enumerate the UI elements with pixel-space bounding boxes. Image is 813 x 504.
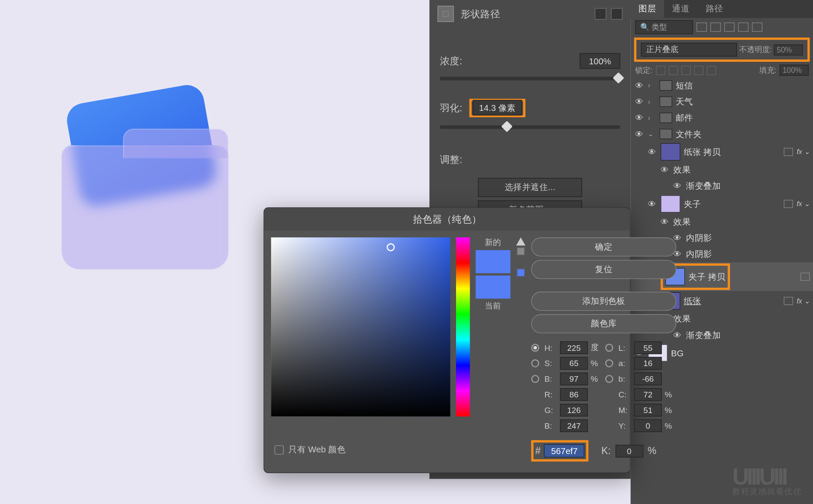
- layer-thumbnail[interactable]: [661, 143, 680, 161]
- layer-group[interactable]: 👁⌄文件夹: [630, 126, 813, 142]
- r-input[interactable]: [560, 388, 588, 401]
- fx-icon[interactable]: fx ⌄: [796, 297, 810, 305]
- chevron-down-icon[interactable]: ⌄: [648, 130, 656, 138]
- panel-title: 形状路径: [461, 7, 500, 20]
- rgb-b-input[interactable]: [560, 419, 588, 432]
- hex-input[interactable]: [544, 444, 585, 457]
- tab-layers[interactable]: 图层: [630, 0, 664, 18]
- visibility-icon[interactable]: 👁: [634, 97, 644, 106]
- feather-highlight: 14.3 像素: [469, 99, 525, 117]
- web-only-label: 只有 Web 颜色: [288, 444, 346, 455]
- ok-button[interactable]: 确定: [531, 237, 676, 256]
- lock-pixels-icon[interactable]: [669, 66, 678, 75]
- fill-label: 填充:: [759, 65, 776, 76]
- layer-effect[interactable]: 👁效果: [630, 214, 813, 230]
- color-library-button[interactable]: 颜色库: [531, 314, 676, 333]
- layer-group[interactable]: 👁›天气: [630, 94, 813, 110]
- opacity-value[interactable]: 50%: [774, 44, 803, 55]
- lock-all-icon[interactable]: [707, 66, 716, 75]
- visibility-icon[interactable]: 👁: [634, 129, 644, 139]
- lab-b-input[interactable]: [634, 372, 662, 385]
- visibility-icon[interactable]: 👁: [672, 182, 683, 191]
- m-input[interactable]: [634, 404, 662, 416]
- l-input[interactable]: [634, 342, 662, 354]
- filter-type-icon[interactable]: [724, 22, 735, 32]
- g-input[interactable]: [560, 404, 588, 416]
- radio-a[interactable]: [605, 359, 613, 367]
- y-input[interactable]: [634, 419, 662, 432]
- tab-channels[interactable]: 通道: [664, 0, 697, 18]
- s-input[interactable]: [560, 357, 588, 370]
- visibility-icon[interactable]: 👁: [647, 199, 657, 209]
- dialog-title: 拾色器（纯色）: [264, 208, 630, 230]
- radio-s[interactable]: [531, 359, 539, 367]
- link-icon[interactable]: [784, 297, 793, 305]
- watermark: UIIIUIII 教程灵感就看优优: [732, 466, 802, 498]
- layer-effect[interactable]: 👁渐变叠加: [630, 178, 813, 194]
- tab-paths[interactable]: 路径: [698, 0, 731, 18]
- density-value[interactable]: 100%: [580, 53, 620, 69]
- add-swatch-button[interactable]: 添加到色板: [531, 292, 676, 311]
- filter-smart-icon[interactable]: [752, 22, 763, 32]
- fx-icon[interactable]: fx ⌄: [796, 148, 810, 156]
- radio-l[interactable]: [605, 344, 613, 352]
- visibility-icon[interactable]: 👁: [647, 147, 657, 157]
- fx-icon[interactable]: fx ⌄: [796, 200, 810, 208]
- radio-lab-b[interactable]: [605, 375, 613, 383]
- density-slider[interactable]: [440, 77, 620, 80]
- lock-label: 锁定:: [635, 65, 652, 76]
- filter-adjust-icon[interactable]: [711, 22, 721, 32]
- cube-icon[interactable]: [517, 247, 525, 255]
- density-label: 浓度:: [440, 54, 462, 67]
- layer-item[interactable]: 👁夹子fx ⌄: [630, 194, 813, 214]
- layer-thumbnail[interactable]: [661, 195, 680, 212]
- fill-value[interactable]: 100%: [780, 65, 808, 76]
- visibility-icon[interactable]: 👁: [659, 165, 670, 174]
- k-input[interactable]: [615, 444, 643, 457]
- feather-label: 羽化:: [440, 102, 462, 115]
- new-color-label: 新的: [485, 237, 501, 248]
- filter-shape-icon[interactable]: [738, 22, 749, 32]
- blend-mode-select[interactable]: 正片叠底: [641, 43, 737, 57]
- filter-pixel-icon[interactable]: [697, 22, 707, 32]
- web-safe-swatch[interactable]: [517, 269, 525, 277]
- a-input[interactable]: [634, 357, 662, 370]
- c-input[interactable]: [634, 388, 662, 401]
- adjust-label: 调整:: [440, 153, 462, 166]
- folder-open-icon: [659, 129, 672, 139]
- chevron-right-icon[interactable]: ›: [648, 114, 656, 122]
- layer-group[interactable]: 👁›短信: [630, 77, 813, 94]
- mask-mode-icon[interactable]: [595, 8, 606, 19]
- layer-group[interactable]: 👁›邮件: [630, 110, 813, 126]
- visibility-icon[interactable]: 👁: [634, 81, 644, 90]
- feather-slider[interactable]: [440, 125, 620, 129]
- layer-item[interactable]: 👁纸张 拷贝fx ⌄: [630, 142, 813, 162]
- radio-h[interactable]: [531, 344, 539, 352]
- folder-icon: [659, 113, 672, 123]
- chevron-right-icon[interactable]: ›: [648, 98, 656, 106]
- color-cursor[interactable]: [387, 243, 395, 251]
- reset-button[interactable]: 复位: [531, 260, 676, 279]
- link-icon[interactable]: [784, 148, 793, 156]
- chevron-right-icon[interactable]: ›: [648, 81, 656, 89]
- h-input[interactable]: [560, 342, 588, 354]
- feather-value[interactable]: 14.3 像素: [473, 100, 522, 116]
- visibility-icon[interactable]: 👁: [634, 113, 644, 123]
- web-only-checkbox[interactable]: [274, 445, 284, 454]
- mask-select-icon[interactable]: [611, 8, 622, 19]
- link-icon[interactable]: [801, 273, 810, 281]
- select-and-mask-button[interactable]: 选择并遮住...: [478, 178, 582, 197]
- layer-effect[interactable]: 👁效果: [630, 162, 813, 178]
- mask-thumbnail[interactable]: [437, 6, 454, 22]
- gamut-warning-icon[interactable]: [516, 237, 525, 245]
- visibility-icon[interactable]: 👁: [659, 217, 670, 226]
- hue-slider[interactable]: [456, 237, 470, 416]
- lock-transparency-icon[interactable]: [656, 66, 665, 75]
- layer-filter-select[interactable]: 🔍 类型: [635, 20, 693, 34]
- radio-b[interactable]: [531, 375, 539, 383]
- link-icon[interactable]: [784, 200, 793, 208]
- b-input[interactable]: [560, 372, 588, 385]
- lock-position-icon[interactable]: [681, 66, 691, 75]
- saturation-brightness-field[interactable]: [271, 237, 450, 416]
- lock-artboard-icon[interactable]: [694, 66, 703, 75]
